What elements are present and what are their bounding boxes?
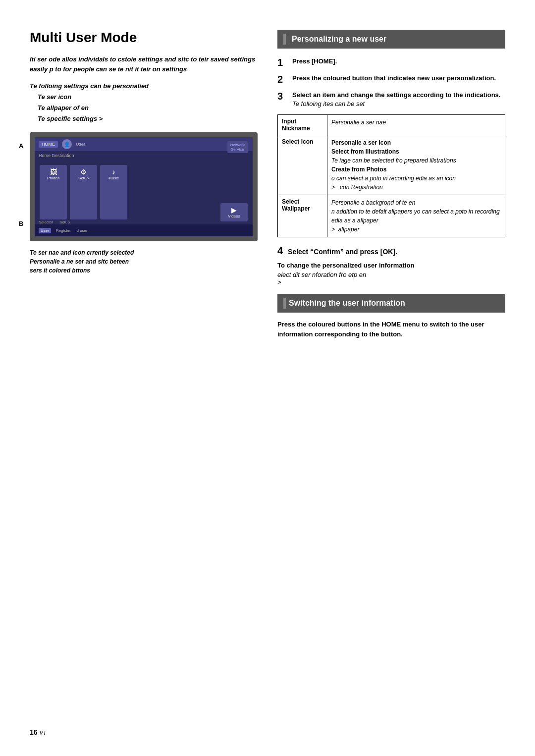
screen-network-box: NetworkService <box>227 141 248 153</box>
change-arrow: > <box>277 278 281 286</box>
section1-header: Personalizing a new user <box>277 30 505 49</box>
settings-list: Te folloing settings can be personalied … <box>30 81 258 124</box>
table-header-right: Personalie a ser nae <box>327 114 505 135</box>
step-number-3: 3 <box>277 90 287 102</box>
screen-selector: Selector <box>39 220 53 224</box>
page-footer: 16 VT <box>30 728 47 736</box>
step4-container: 4 Select “Confirm” and press [OK]. <box>277 245 505 257</box>
step-item-2: 2 Press the coloured button that indicat… <box>277 73 505 85</box>
switch-info: Press the coloured buttons in the HOME m… <box>277 320 505 340</box>
icon-photos-label: Create from Photos <box>331 165 501 174</box>
settings-item-1: Te ser icon <box>30 93 71 101</box>
screen-bottom-register: Register <box>56 228 71 233</box>
step-item-1: 1 Press [HOME]. <box>277 56 505 68</box>
section-header-bar <box>283 34 286 45</box>
step-number-2: 2 <box>277 73 287 85</box>
caption-line3: sers it colored bttons <box>30 267 90 274</box>
page-number: 16 <box>30 728 38 736</box>
table-header-left: InputNickname <box>278 114 327 135</box>
settings-item-2: Te allpaper of en <box>30 104 89 111</box>
section2-header: Switching the user information <box>277 294 505 313</box>
screen-user-icon: 👤 <box>62 139 72 149</box>
section2-header-bar <box>283 298 286 309</box>
screen-menu-videos: ▶ Videos <box>220 203 248 221</box>
left-column: Multi User Mode Iti ser ode allos indivi… <box>30 30 258 340</box>
caption-line1: Te ser nae and icon crrently selected <box>30 249 134 256</box>
screen-home-button: HOME <box>39 141 58 148</box>
settings-table: InputNickname Personalie a ser nae Selec… <box>277 114 505 237</box>
table-cell-icon-details: Personalie a ser icon Select from Illust… <box>327 135 505 195</box>
step4-text: Select “Confirm” and press [OK]. <box>288 248 397 256</box>
wallpaper-desc1: n addition to te defalt allpapers yo can… <box>331 208 500 224</box>
table-header-right-text: Personalie a ser nae <box>331 119 386 126</box>
screen-bottom-id-user: id user <box>76 228 88 233</box>
icon-bold-label: Personalie a ser icon <box>331 138 501 147</box>
step-text-3: Select an item and change the settings a… <box>292 91 500 99</box>
table-cell-wallpaper-details: Personalie a backgrond of te en n additi… <box>327 195 505 237</box>
section2-header-text: Switching the user information <box>289 299 405 308</box>
screen-bottom-bar: User Register id user <box>35 224 253 236</box>
step-number-1: 1 <box>277 56 287 68</box>
table-cell-select-wallpaper: SelectWallpaper <box>278 195 327 237</box>
label-b: B <box>19 220 23 227</box>
change-italic: elect dit ser nforation fro etp en > <box>277 271 505 286</box>
screen-home-destination: Home Destination <box>35 151 253 160</box>
step4-number: 4 <box>277 245 283 256</box>
image-caption: Te ser nae and icon crrently selected Pe… <box>30 248 258 275</box>
step-item-3: 3 Select an item and change the settings… <box>277 90 505 108</box>
change-italic-text: elect dit ser nforation fro etp en <box>277 271 366 278</box>
page-suffix: VT <box>39 730 46 736</box>
step-list: 1 Press [HOME]. 2 Press the coloured but… <box>277 56 505 108</box>
caption-line2: Personalie a ne ser and sitc beteen <box>30 258 129 265</box>
table-row-icon: Select Icon Personalie a ser icon Select… <box>278 135 505 195</box>
screen-top-bar: HOME 👤 User NetworkService <box>35 137 253 151</box>
screen-menu-photos: 🖼 Photos <box>40 165 67 219</box>
step-text-3-sub: Te folloing ites can be set <box>292 100 365 108</box>
page-title: Multi User Mode <box>30 30 258 46</box>
settings-item-3: Te specific settings > <box>30 115 103 122</box>
screen-bottom-user: User <box>39 228 51 233</box>
device-screen: HOME 👤 User NetworkService Home Destinat… <box>35 137 253 236</box>
icon-photos-desc: o can select a poto in recording edia as… <box>331 175 456 182</box>
right-column: Personalizing a new user 1 Press [HOME].… <box>277 30 505 340</box>
step-text-2: Press the coloured button that indicates… <box>292 73 496 83</box>
screen-setup-label: Setup <box>59 220 70 224</box>
icon-illustrations-label: Select from Illustrations <box>331 147 501 156</box>
wallpaper-desc2: > allpaper <box>331 226 359 233</box>
table-cell-select-icon: Select Icon <box>278 135 327 195</box>
screen-user-label: User <box>76 142 85 147</box>
intro-text: Iti ser ode allos individals to cstoie s… <box>30 54 258 74</box>
section1-header-text: Personalizing a new user <box>292 35 386 44</box>
page-content: Multi User Mode Iti ser ode allos indivi… <box>30 30 505 340</box>
icon-illustrations-desc: Te iage can be selected fro prepared ill… <box>331 157 456 164</box>
table-row-wallpaper: SelectWallpaper Personalie a backgrond o… <box>278 195 505 237</box>
label-a: A <box>19 142 23 150</box>
device-image: HOME 👤 User NetworkService Home Destinat… <box>30 132 258 241</box>
screen-menu-grid: 🖼 Photos ⚙ Setup ♪ Music ▶ <box>35 160 253 224</box>
change-info: To change the personalized user informat… <box>277 262 505 269</box>
screen-menu-music: ♪ Music <box>100 165 127 219</box>
icon-registration: > con Registration <box>331 184 383 191</box>
wallpaper-bold-label: Personalie a backgrond of te en <box>331 199 415 206</box>
screen-menu-setup: ⚙ Setup <box>70 165 97 219</box>
step-text-1: Press [HOME]. <box>292 56 337 66</box>
settings-heading: Te folloing settings can be personalied <box>30 82 149 90</box>
